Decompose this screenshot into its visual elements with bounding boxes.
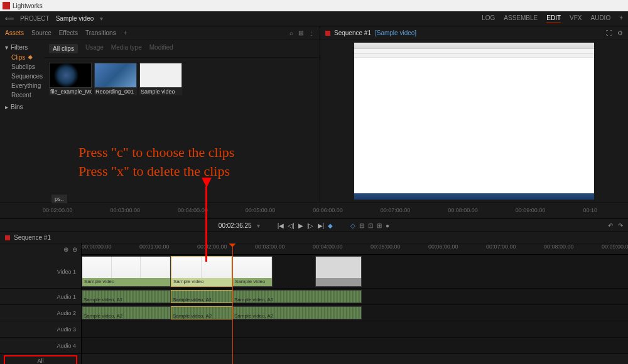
tab-source[interactable]: Source xyxy=(31,29,51,36)
track-header-audio4[interactable]: Audio 4 xyxy=(0,338,81,354)
mode-assemble[interactable]: ASSEMBLE xyxy=(504,14,538,23)
star-icon: ✸ xyxy=(28,54,33,61)
clip-thumb[interactable]: file_example_MOV_1.. xyxy=(49,63,92,95)
preview-frame xyxy=(354,43,594,200)
insert-icon[interactable]: ⊡ xyxy=(368,222,373,229)
playback-controls: |◀ ◁| ▶ |▷ ▶| ◆ xyxy=(278,222,333,229)
clip-thumb[interactable]: Sample video xyxy=(139,63,182,95)
video-track-1[interactable]: Sample video Sample video Sample video xyxy=(82,255,628,289)
timeline-ruler[interactable]: 00:00:00.00 00:01:00.00 00:02:00.00 00:0… xyxy=(82,244,628,255)
viewer-sequence-name[interactable]: Sequence #1 xyxy=(334,29,371,36)
settings-icon[interactable]: ⚙ xyxy=(617,29,623,36)
back-icon[interactable]: ⟸ xyxy=(5,15,14,22)
audio-track-2[interactable]: Sample video, A2 Sample video, A2 Sample… xyxy=(82,305,628,321)
goto-end-icon[interactable]: ▶| xyxy=(318,222,325,229)
audio-clip[interactable]: Sample video, A1 xyxy=(232,290,362,303)
video-clip-selected[interactable]: Sample video xyxy=(171,256,232,287)
tab-effects[interactable]: Effects xyxy=(59,29,78,36)
step-fwd-icon[interactable]: |▷ xyxy=(307,222,314,229)
clip-thumb[interactable]: Recording_001 xyxy=(94,63,137,95)
search-icon[interactable]: ⌕ xyxy=(290,29,293,36)
track-header-video1[interactable]: Video 1 xyxy=(0,255,81,289)
record-indicator-icon xyxy=(325,31,330,36)
video-clip[interactable] xyxy=(315,256,362,287)
step-back-icon[interactable]: ◁| xyxy=(288,222,295,229)
video-clip[interactable]: Sample video xyxy=(82,256,171,287)
dropdown-icon[interactable]: ▾ xyxy=(100,15,103,22)
add-cue-icon[interactable]: ◇ xyxy=(350,222,355,229)
cliptab-modified[interactable]: Modified xyxy=(149,44,173,53)
browser-pane: Assets Source Effects Transitions + ⌕ ⊞ … xyxy=(0,26,320,202)
audio-clip-selected[interactable]: Sample video, A1 xyxy=(171,290,232,303)
thumb-image xyxy=(139,63,182,88)
playhead[interactable] xyxy=(232,244,233,364)
cliptab-media[interactable]: Media type xyxy=(111,44,142,53)
clip-area: All clips Usage Media type Modified file… xyxy=(44,40,320,202)
remove-icon[interactable]: ⊟ xyxy=(359,222,364,229)
mark-in-icon[interactable]: ◆ xyxy=(328,222,333,229)
ps-button[interactable]: ps.. xyxy=(51,195,67,203)
sidebar-item-everything[interactable]: Everything xyxy=(5,81,44,90)
track-header-audio3[interactable]: Audio 3 xyxy=(0,321,81,338)
mode-edit[interactable]: EDIT xyxy=(546,14,561,23)
thumb-image xyxy=(94,63,137,88)
sequence-name[interactable]: Sequence #1 xyxy=(14,234,51,241)
mic-icon[interactable]: ● xyxy=(386,222,389,229)
mode-vfx[interactable]: VFX xyxy=(570,14,582,23)
goto-start-icon[interactable]: |◀ xyxy=(278,222,284,229)
thumb-label: file_example_MOV_1.. xyxy=(49,88,92,95)
more-icon[interactable]: ⋮ xyxy=(308,29,315,36)
grid-view-icon[interactable]: ⊞ xyxy=(298,29,303,36)
zoom-out-icon[interactable]: ⊖ xyxy=(72,246,77,253)
audio-track-4[interactable] xyxy=(82,338,628,354)
audio-clip-selected[interactable]: Sample video, A2 xyxy=(171,306,232,319)
timeline-canvas[interactable]: 00:00:00.00 00:01:00.00 00:02:00.00 00:0… xyxy=(82,244,628,364)
chevron-down-icon: ▾ xyxy=(5,44,8,51)
audio-clip[interactable]: Sample video, A2 xyxy=(82,306,171,319)
viewer-pane: Sequence #1 [Sample video] ⛶ ⚙ xyxy=(320,26,628,202)
track-headers: ⊕ ⊖ Video 1 Audio 1 Audio 2 Audio 3 Audi… xyxy=(0,244,82,364)
all-tracks-button[interactable]: All xyxy=(4,355,77,364)
bins-header[interactable]: ▸Bins xyxy=(5,104,44,110)
sidebar-item-clips[interactable]: Clips✸ xyxy=(5,53,44,62)
audio-clip[interactable]: Sample video, A1 xyxy=(82,290,171,303)
top-bar: ⟸ PROJECT Sample video ▾ LOG ASSEMBLE ED… xyxy=(0,11,628,26)
replace-icon[interactable]: ⊞ xyxy=(377,222,382,229)
sidebar-item-recent[interactable]: Recent xyxy=(5,90,44,100)
play-icon[interactable]: ▶ xyxy=(298,222,303,229)
fullscreen-icon[interactable]: ⛶ xyxy=(606,29,612,36)
zoom-in-icon[interactable]: ⊕ xyxy=(63,246,68,253)
project-name[interactable]: Sample video xyxy=(56,15,94,22)
tab-transitions[interactable]: Transitions xyxy=(85,29,116,36)
tab-assets[interactable]: Assets xyxy=(5,29,24,36)
audio-track-3[interactable] xyxy=(82,321,628,338)
tab-add-icon[interactable]: + xyxy=(124,29,127,36)
cliptab-usage[interactable]: Usage xyxy=(85,44,104,53)
cliptab-all[interactable]: All clips xyxy=(49,44,78,53)
window-titlebar: Lightworks xyxy=(0,0,628,11)
mode-audio[interactable]: AUDIO xyxy=(590,14,610,23)
redo-icon[interactable]: ↷ xyxy=(618,222,623,229)
timecode-display[interactable]: 00:02:36.25 xyxy=(219,222,252,229)
chevron-right-icon: ▸ xyxy=(5,104,8,110)
video-clip[interactable]: Sample video xyxy=(232,256,273,287)
add-mode-icon[interactable]: + xyxy=(619,14,623,23)
track-header-audio1[interactable]: Audio 1 xyxy=(0,289,81,305)
mode-log[interactable]: LOG xyxy=(482,14,495,23)
filters-header[interactable]: ▾Filters xyxy=(5,44,44,51)
audio-track-1[interactable]: Sample video, A1 Sample video, A1 Sample… xyxy=(82,289,628,305)
browser-tabs: Assets Source Effects Transitions + ⌕ ⊞ … xyxy=(0,26,320,40)
sidebar-item-subclips[interactable]: Subclips xyxy=(5,62,44,72)
viewer-monitor[interactable] xyxy=(320,40,628,202)
transport-ruler[interactable]: 00:02:00.00 00:03:00.00 00:04:00.00 00:0… xyxy=(43,207,597,213)
project-label: PROJECT xyxy=(20,15,50,22)
track-header-audio2[interactable]: Audio 2 xyxy=(0,305,81,321)
tc-dropdown-icon[interactable]: ▾ xyxy=(257,222,260,229)
viewer-source-name[interactable]: [Sample video] xyxy=(375,29,416,36)
thumb-label: Recording_001 xyxy=(94,88,137,95)
sequence-header: Sequence #1 xyxy=(0,232,628,244)
thumb-label: Sample video xyxy=(139,88,182,95)
sidebar-item-sequences[interactable]: Sequences xyxy=(5,72,44,81)
undo-icon[interactable]: ↶ xyxy=(608,222,613,229)
audio-clip[interactable]: Sample video, A2 xyxy=(232,306,362,319)
